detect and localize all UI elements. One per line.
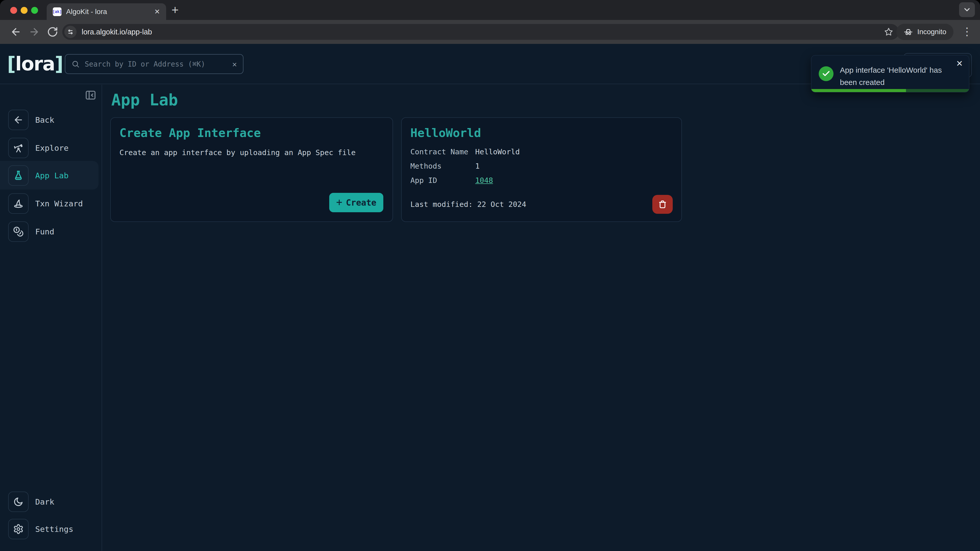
- toast-progress-fill: [811, 89, 906, 92]
- search-bar[interactable]: ✕: [65, 54, 243, 74]
- sidebar-item-dark-mode[interactable]: Dark: [0, 492, 99, 512]
- lora-logo[interactable]: [lora]: [7, 53, 63, 75]
- methods-row: Methods 1: [410, 162, 673, 170]
- last-modified-text: Last modified: 22 Oct 2024: [410, 200, 526, 209]
- app-id-row: App ID 1048: [410, 176, 673, 185]
- sidebar-item-explore[interactable]: Explore: [0, 138, 99, 158]
- sidebar-item-label: Settings: [35, 524, 73, 534]
- sidebar-item-fund[interactable]: Fund: [0, 221, 99, 242]
- arrow-left-icon: [13, 114, 24, 125]
- browser-window: [ak] AlgoKit - lora ✕ + lora.algokit.io/…: [0, 0, 980, 551]
- sidebar-item-back[interactable]: Back: [0, 110, 99, 130]
- search-clear-icon[interactable]: ✕: [232, 60, 237, 68]
- tab-strip: [ak] AlgoKit - lora ✕ +: [0, 0, 980, 20]
- sidebar-item-label: Explore: [35, 143, 68, 152]
- url-text[interactable]: lora.algokit.io/app-lab: [82, 28, 884, 36]
- browser-toolbar: lora.algokit.io/app-lab Incognito ⋮: [0, 20, 980, 44]
- site-settings-button[interactable]: [64, 26, 76, 38]
- new-tab-button[interactable]: +: [172, 3, 179, 17]
- sidebar-item-label: Txn Wizard: [35, 199, 83, 208]
- browser-menu-button[interactable]: ⋮: [962, 24, 972, 40]
- trash-icon: [658, 200, 667, 209]
- toast-progress-track: [811, 89, 969, 92]
- sidebar-item-label: Fund: [35, 227, 54, 236]
- flask-icon: [13, 170, 24, 181]
- sidebar: Back Explore App Lab Txn Wizard Fund: [0, 85, 102, 551]
- incognito-icon: [904, 27, 913, 37]
- app-card-footer: Last modified: 22 Oct 2024: [410, 195, 673, 214]
- search-icon: [72, 60, 80, 68]
- contract-name-row: Contract Name HelloWorld: [410, 148, 673, 156]
- search-input[interactable]: [84, 60, 228, 68]
- toast-notification: App interface 'HelloWorld' has been crea…: [811, 55, 969, 92]
- logo-bracket-left: [: [7, 53, 15, 75]
- close-window-button[interactable]: [10, 7, 17, 14]
- chevron-down-icon: [963, 5, 971, 14]
- create-button-label: Create: [346, 198, 376, 208]
- row-value: HelloWorld: [475, 148, 520, 156]
- app-interface-card[interactable]: HelloWorld Contract Name HelloWorld Meth…: [401, 118, 682, 222]
- row-label: Contract Name: [410, 148, 475, 156]
- reload-icon: [47, 26, 58, 38]
- toast-close-icon[interactable]: ✕: [956, 59, 963, 68]
- browser-tab[interactable]: [ak] AlgoKit - lora ✕: [47, 3, 166, 20]
- minimize-window-button[interactable]: [21, 7, 27, 14]
- incognito-badge: Incognito: [896, 24, 953, 40]
- row-label: Methods: [410, 162, 475, 170]
- sidebar-item-txn-wizard[interactable]: Txn Wizard: [0, 193, 99, 214]
- panel-collapse-icon: [85, 89, 97, 101]
- plus-icon: +: [336, 196, 342, 208]
- sidebar-item-app-lab[interactable]: App Lab: [0, 165, 99, 186]
- wizard-hat-icon: [13, 198, 24, 209]
- sidebar-item-settings[interactable]: Settings: [0, 519, 99, 539]
- success-check-icon: [819, 66, 834, 81]
- moon-icon: [13, 496, 24, 507]
- tab-close-icon[interactable]: ✕: [154, 8, 160, 16]
- tab-search-button[interactable]: [959, 2, 975, 17]
- logo-name: lora: [15, 53, 55, 75]
- toast-message-line1: App interface 'HelloWorld' has: [840, 64, 942, 76]
- page-title: App Lab: [111, 92, 178, 108]
- incognito-label: Incognito: [917, 28, 946, 36]
- gear-icon: [13, 524, 24, 534]
- window-controls: [10, 7, 38, 14]
- create-button[interactable]: + Create: [329, 193, 383, 212]
- app-card-details: Contract Name HelloWorld Methods 1 App I…: [410, 148, 673, 185]
- toast-message-line2: been created: [840, 76, 942, 89]
- star-icon: [884, 27, 893, 37]
- row-value: 1: [475, 162, 479, 170]
- tab-favicon: [ak]: [53, 7, 62, 16]
- app-id-link[interactable]: 1048: [475, 176, 493, 185]
- back-button[interactable]: [10, 26, 21, 38]
- logo-bracket-right: ]: [55, 53, 63, 75]
- sidebar-item-label: App Lab: [35, 171, 68, 180]
- arrow-left-icon: [10, 26, 21, 38]
- create-app-interface-card: Create App Interface Create an app inter…: [110, 118, 393, 222]
- app-card-title: HelloWorld: [410, 125, 673, 140]
- sidebar-item-label: Back: [35, 115, 54, 124]
- forward-button[interactable]: [29, 26, 40, 38]
- coins-icon: [13, 226, 24, 237]
- delete-app-interface-button[interactable]: [652, 195, 673, 214]
- tune-icon: [67, 28, 74, 36]
- create-card-description: Create an app interface by uploading an …: [119, 148, 384, 158]
- bookmark-button[interactable]: [884, 27, 893, 37]
- row-label: App ID: [410, 176, 475, 185]
- sidebar-item-label: Dark: [35, 497, 54, 507]
- telescope-icon: [13, 143, 24, 153]
- address-bar[interactable]: lora.algokit.io/app-lab: [62, 24, 899, 40]
- fullscreen-window-button[interactable]: [31, 7, 38, 14]
- reload-button[interactable]: [47, 26, 58, 38]
- arrow-right-icon: [29, 26, 40, 38]
- tab-title: AlgoKit - lora: [66, 8, 150, 16]
- toast-message: App interface 'HelloWorld' has been crea…: [840, 64, 942, 89]
- sidebar-collapse-button[interactable]: [85, 89, 97, 101]
- create-card-title: Create App Interface: [119, 125, 384, 140]
